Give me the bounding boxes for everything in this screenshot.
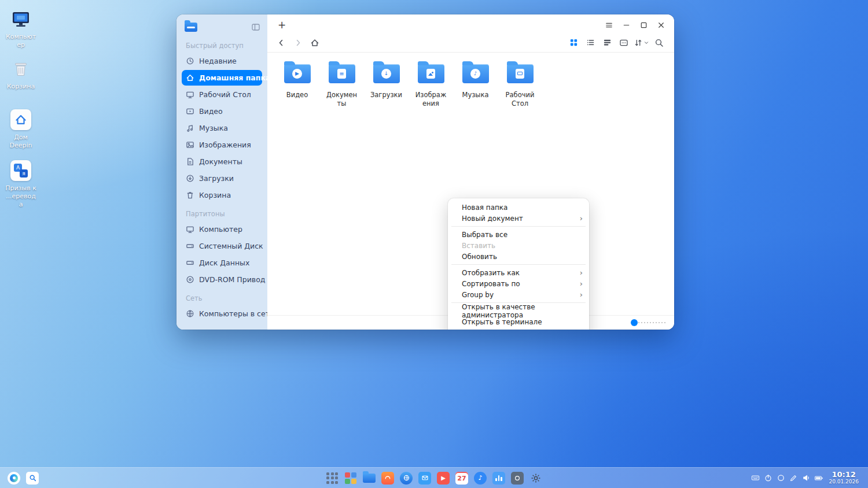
menu-item-new-folder[interactable]: Новая папка <box>448 202 589 213</box>
menu-item-group-by[interactable]: Group by› <box>448 289 589 300</box>
sidebar-item-system-disk[interactable]: Системный Диск <box>182 238 262 254</box>
folder-item-videos[interactable]: ▶ Видео <box>275 60 319 99</box>
folder-grid: ▶ Видео ≡ Документы ↓ Загрузки Изображен… <box>275 60 674 108</box>
folder-item-downloads[interactable]: ↓ Загрузки <box>364 60 409 99</box>
home-icon <box>186 73 194 82</box>
taskbar-clock[interactable]: 10:12 20.01.2026 <box>829 471 859 485</box>
sidebar-item-recent[interactable]: Недавние <box>182 53 262 69</box>
sidebar-item-dvd-rom[interactable]: DVD-ROM Привод <box>182 272 262 287</box>
sidebar-item-computer[interactable]: Компьютер <box>182 221 262 237</box>
submenu-arrow-icon: › <box>580 280 583 287</box>
desktop: Компьютер Корзина Дом Deepin Aя Призыв к… <box>0 0 868 488</box>
sidebar-section-partitions: Партитоны <box>176 204 267 221</box>
sidebar-item-trash[interactable]: Корзина <box>182 187 262 203</box>
menu-item-label: Обновить <box>462 253 497 261</box>
sidebar-item-data-disk[interactable]: Диск Данных <box>182 255 262 271</box>
list-view-button[interactable] <box>583 36 597 50</box>
folder-icon <box>418 64 444 83</box>
minimize-button[interactable] <box>617 18 635 32</box>
file-manager-icon[interactable] <box>362 471 377 486</box>
multitasking-icon[interactable] <box>343 471 358 486</box>
view-options-button[interactable] <box>617 36 631 50</box>
music-icon[interactable]: ♪ <box>473 471 488 486</box>
power-icon[interactable] <box>762 472 774 485</box>
menu-item-paste: Вставить <box>448 240 589 251</box>
menu-item-label: Сортировать по <box>462 280 520 288</box>
sidebar-item-home[interactable]: Домашняя папка <box>182 70 262 86</box>
status-icon[interactable] <box>774 472 787 485</box>
back-button[interactable] <box>274 36 288 50</box>
control-center-icon[interactable] <box>528 471 543 486</box>
window-main: + <box>267 14 674 330</box>
taskbar-apps: ▶ 27 ♪ <box>323 471 545 486</box>
menu-item-sort-by[interactable]: Сортировать по› <box>448 278 589 289</box>
new-tab-button[interactable]: + <box>275 19 288 31</box>
calendar-day: 27 <box>457 475 466 482</box>
sort-button[interactable] <box>634 38 649 47</box>
slider-knob[interactable] <box>631 319 638 326</box>
folder-item-documents[interactable]: ≡ Документы <box>319 60 364 108</box>
forward-button[interactable] <box>291 36 305 50</box>
menu-item-select-all[interactable]: Выбрать все <box>448 229 589 240</box>
desktop-icon-deepin-home[interactable]: Дом Deepin <box>4 108 38 150</box>
sidebar-item-label: Документы <box>199 157 242 166</box>
folder-item-pictures[interactable]: Изображения <box>409 60 453 108</box>
folder-item-desktop[interactable]: Рабочий Стол <box>498 60 542 108</box>
sidebar-toggle-icon[interactable] <box>251 23 260 32</box>
window-menu-button[interactable] <box>600 18 617 32</box>
sidebar-item-label: Компьютер <box>199 225 242 234</box>
deepin-launcher-icon[interactable] <box>6 471 21 486</box>
search-button[interactable] <box>652 36 666 50</box>
sidebar-item-pictures[interactable]: Изображения <box>182 137 262 153</box>
sidebar-item-downloads[interactable]: Загрузки <box>182 171 262 186</box>
sidebar-item-documents[interactable]: Документы <box>182 154 262 169</box>
mail-icon[interactable] <box>417 471 432 486</box>
screen-recorder-icon[interactable] <box>510 471 525 486</box>
menu-item-display-as[interactable]: Отобразить как› <box>448 267 589 278</box>
clock-date: 20.01.2026 <box>829 479 859 485</box>
sidebar-item-network-computers[interactable]: Компьютеры в сети <box>182 306 262 321</box>
grid-view-button[interactable] <box>567 36 580 50</box>
keyboard-icon[interactable] <box>749 472 762 485</box>
submenu-arrow-icon: › <box>580 269 583 276</box>
app-store-icon[interactable] <box>380 471 395 486</box>
desktop-icon-trash[interactable]: Корзина <box>4 57 38 91</box>
volume-icon[interactable] <box>800 472 812 485</box>
video-icon <box>186 107 194 116</box>
battery-icon[interactable] <box>812 472 825 485</box>
trash-icon <box>186 191 194 199</box>
menu-item-new-document[interactable]: Новый документ› <box>448 213 589 224</box>
sidebar-item-videos[interactable]: Видео <box>182 103 262 119</box>
launcher-grid-icon[interactable] <box>325 471 340 486</box>
sidebar-item-label: Диск Данных <box>199 258 249 267</box>
sidebar-item-desktop[interactable]: Рабочий Стол <box>182 87 262 102</box>
sidebar-item-label: Рабочий Стол <box>199 90 251 99</box>
taskbar: ▶ 27 ♪ 10:12 20.01.2026 <box>0 467 868 488</box>
folder-item-music[interactable]: ♪ Музыка <box>453 60 498 99</box>
calendar-icon[interactable]: 27 <box>454 471 469 486</box>
menu-item-refresh[interactable]: Обновить <box>448 251 589 262</box>
menu-item-label: Открыть в терминале <box>462 318 542 326</box>
detail-view-button[interactable] <box>600 36 614 50</box>
desktop-icon-computer[interactable]: Компьютер <box>4 7 38 49</box>
browser-icon[interactable] <box>399 471 414 486</box>
voice-notes-icon[interactable] <box>491 471 506 486</box>
file-view[interactable]: ▶ Видео ≡ Документы ↓ Загрузки Изображен… <box>267 53 674 315</box>
sidebar-item-label: DVD-ROM Привод <box>199 275 266 284</box>
sidebar-section-quick-access: Быстрый доступ <box>176 35 267 53</box>
video-player-icon[interactable]: ▶ <box>436 471 451 486</box>
close-button[interactable] <box>652 18 670 32</box>
toolbar <box>267 32 674 53</box>
breadcrumb-home-icon[interactable] <box>308 36 322 50</box>
grand-search-icon[interactable] <box>25 471 40 486</box>
download-emblem-icon: ↓ <box>381 69 391 79</box>
slider-track[interactable] <box>638 322 666 323</box>
maximize-button[interactable] <box>635 18 652 32</box>
computer-icon <box>186 225 194 234</box>
sidebar-item-music[interactable]: Музыка <box>182 120 262 136</box>
icon-size-slider[interactable] <box>631 319 666 326</box>
edit-icon[interactable] <box>787 472 800 485</box>
desktop-icon-translation[interactable]: Aя Призыв к ...еревода <box>4 158 38 208</box>
desktop-icon-label: Дом Deepin <box>4 134 38 150</box>
menu-item-open-as-admin[interactable]: Открыть в качестве администратора <box>448 305 589 316</box>
